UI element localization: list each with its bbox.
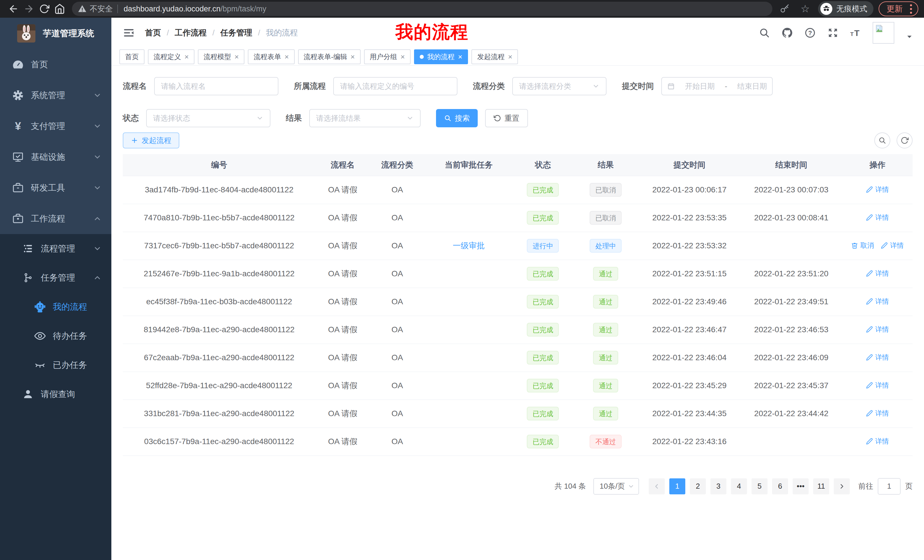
detail-link[interactable]: 详情 xyxy=(866,381,889,390)
close-icon[interactable]: × xyxy=(284,53,289,60)
page-button-4[interactable]: 4 xyxy=(731,478,747,494)
detail-link[interactable]: 详情 xyxy=(881,241,904,250)
sidebar-item-请假查询[interactable]: 请假查询 xyxy=(0,380,111,409)
chevron-down-icon xyxy=(93,153,102,161)
cell-category: OA xyxy=(370,371,424,400)
tab-流程表单-编辑[interactable]: 流程表单-编辑× xyxy=(298,49,361,64)
chevron-down-icon xyxy=(256,114,264,122)
sidebar-item-基础设施[interactable]: 基础设施 xyxy=(0,142,111,172)
tab-用户分组[interactable]: 用户分组× xyxy=(364,49,411,64)
more-pages-button[interactable]: ••• xyxy=(793,478,808,494)
sidebar-item-研发工具[interactable]: 研发工具 xyxy=(0,172,111,203)
tab-流程定义[interactable]: 流程定义× xyxy=(148,49,195,64)
page-button-3[interactable]: 3 xyxy=(710,478,726,494)
detail-link[interactable]: 详情 xyxy=(866,353,889,362)
menu-label: 任务管理 xyxy=(41,272,75,284)
security-warning-label[interactable]: 不安全 xyxy=(90,4,113,14)
next-page-button[interactable] xyxy=(834,478,850,494)
page-button-5[interactable]: 5 xyxy=(752,478,768,494)
tab-流程表单[interactable]: 流程表单× xyxy=(248,49,294,64)
font-size-icon[interactable]: TT xyxy=(850,27,862,39)
close-icon[interactable]: × xyxy=(508,53,512,60)
refresh-table-button[interactable] xyxy=(897,132,913,148)
status-select[interactable]: 请选择状态 xyxy=(146,109,270,127)
detail-link[interactable]: 详情 xyxy=(866,437,889,446)
breadcrumb-item[interactable]: 工作流程 xyxy=(175,27,207,38)
reload-icon[interactable] xyxy=(36,1,52,16)
github-icon[interactable] xyxy=(781,27,793,39)
browser-menu-icon[interactable] xyxy=(908,4,914,14)
search-icon[interactable] xyxy=(758,27,770,39)
page-button-1[interactable]: 1 xyxy=(669,478,685,494)
sidebar-item-已办任务[interactable]: 已办任务 xyxy=(0,350,111,380)
help-icon[interactable]: ? xyxy=(804,27,816,39)
tab-我的流程[interactable]: 我的流程× xyxy=(414,49,468,64)
create-process-button[interactable]: 发起流程 xyxy=(123,132,179,148)
sidebar-item-工作流程[interactable]: 工作流程 xyxy=(0,203,111,234)
sidebar-item-流程管理[interactable]: 流程管理 xyxy=(0,234,111,263)
close-icon[interactable]: × xyxy=(351,53,355,60)
security-warning-icon[interactable] xyxy=(78,4,87,13)
close-icon[interactable]: × xyxy=(184,53,189,60)
tab-流程模型[interactable]: 流程模型× xyxy=(198,49,244,64)
breadcrumb-item[interactable]: 任务管理 xyxy=(220,27,252,38)
cell-result: 通过 xyxy=(573,260,639,288)
cell-result: 已取消 xyxy=(573,176,639,204)
header-actions: ? TT xyxy=(758,22,914,44)
process-def-input[interactable] xyxy=(340,82,451,91)
goto-page-input[interactable] xyxy=(878,478,901,495)
prev-page-button[interactable] xyxy=(649,478,665,494)
result-select[interactable]: 请选择流结果 xyxy=(309,109,421,127)
address-bar[interactable]: 不安全 dashboard.yudao.iocoder.cn/bpm/task/… xyxy=(72,2,772,16)
forward-icon[interactable] xyxy=(21,1,36,16)
search-button[interactable]: 搜索 xyxy=(436,109,478,127)
reset-button[interactable]: 重置 xyxy=(485,109,528,127)
process-name-input[interactable] xyxy=(161,82,272,91)
page-button-6[interactable]: 6 xyxy=(772,478,788,494)
sidebar-item-待办任务[interactable]: 待办任务 xyxy=(0,321,111,350)
sidebar-item-支付管理[interactable]: ¥支付管理 xyxy=(0,111,111,142)
sidebar-item-任务管理[interactable]: 任务管理 xyxy=(0,263,111,292)
back-icon[interactable] xyxy=(6,1,21,16)
tab-发起流程[interactable]: 发起流程× xyxy=(471,49,518,64)
submit-time-range[interactable]: 开始日期 - 结束日期 xyxy=(661,77,772,95)
page-size-select[interactable]: 10条/页 xyxy=(593,478,639,495)
bookmark-star-icon[interactable]: ☆ xyxy=(798,1,813,16)
logo[interactable]: 芋道管理系统 xyxy=(0,18,111,49)
detail-link[interactable]: 详情 xyxy=(866,325,889,334)
toggle-search-button[interactable] xyxy=(874,132,890,148)
detail-link[interactable]: 详情 xyxy=(866,409,889,418)
avatar[interactable] xyxy=(873,22,894,44)
detail-link[interactable]: 详情 xyxy=(866,269,889,278)
page-button-11[interactable]: 11 xyxy=(813,478,829,494)
tab-首页[interactable]: 首页 xyxy=(119,49,144,64)
home-icon[interactable] xyxy=(52,1,68,16)
page-button-2[interactable]: 2 xyxy=(690,478,706,494)
column-header-编号: 编号 xyxy=(123,154,315,176)
cancel-link[interactable]: 取消 xyxy=(851,241,874,250)
sidebar-item-我的流程[interactable]: 我的流程 xyxy=(0,292,111,321)
tags-bar: 首页流程定义×流程模型×流程表单×流程表单-编辑×用户分组×我的流程×发起流程× xyxy=(111,48,924,66)
task-link[interactable]: 一级审批 xyxy=(453,241,484,250)
sidebar-item-首页[interactable]: 首页 xyxy=(0,49,111,80)
update-button[interactable]: 更新 xyxy=(879,1,918,16)
hamburger-icon[interactable] xyxy=(123,27,135,39)
breadcrumb-item[interactable]: 首页 xyxy=(145,27,161,38)
plus-icon xyxy=(131,137,138,144)
key-icon[interactable] xyxy=(777,1,792,16)
detail-link[interactable]: 详情 xyxy=(866,185,889,194)
sidebar-item-系统管理[interactable]: 系统管理 xyxy=(0,80,111,111)
status-badge: 已完成 xyxy=(527,379,559,392)
detail-link[interactable]: 详情 xyxy=(866,213,889,222)
fullscreen-icon[interactable] xyxy=(827,27,839,39)
breadcrumb: 首页/工作流程/任务管理/我的流程 xyxy=(145,27,298,38)
detail-link[interactable]: 详情 xyxy=(866,297,889,306)
close-icon[interactable]: × xyxy=(458,53,462,60)
total-count: 共 104 条 xyxy=(555,481,586,491)
close-icon[interactable]: × xyxy=(400,53,405,60)
avatar-caret-icon[interactable] xyxy=(905,32,914,41)
chevron-down-icon xyxy=(406,114,414,122)
category-select[interactable]: 请选择流程分类 xyxy=(512,77,606,95)
close-icon[interactable]: × xyxy=(234,53,239,60)
status-badge: 进行中 xyxy=(527,239,559,253)
